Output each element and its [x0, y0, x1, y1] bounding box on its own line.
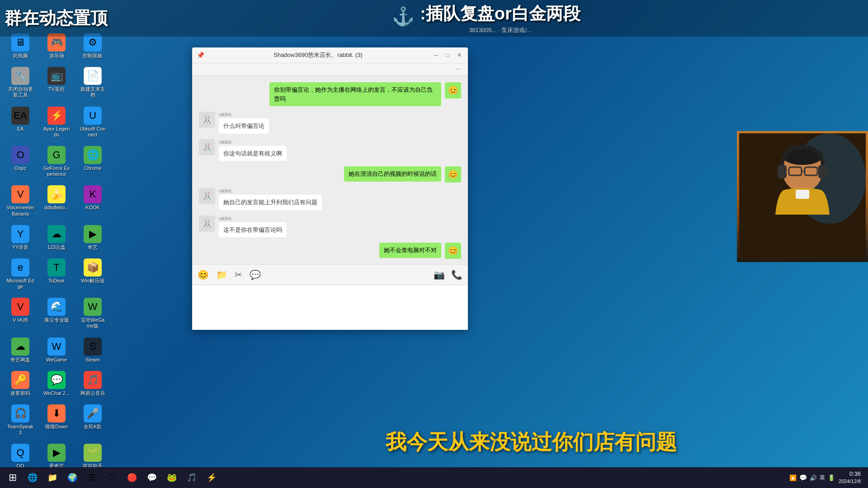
- webcam-person: [737, 131, 868, 262]
- icon-img: U: [84, 107, 102, 125]
- icon-label: Apex Legends: [42, 126, 71, 138]
- message-bubble: 这不是你在带偏言论吗: [219, 222, 287, 238]
- icon-label: GeForce Experience: [42, 165, 71, 177]
- desktop-icon-28[interactable]: 💬 WeChat 2...: [41, 369, 72, 398]
- desktop-icon-13[interactable]: 🍌 ddbdlebo...: [41, 183, 72, 218]
- desktop-icon-32[interactable]: 🎤 全民K歌: [77, 403, 108, 437]
- stream-title-left: 群在动态置顶: [5, 7, 108, 30]
- icon-img: 🎧: [11, 404, 29, 422]
- taskbar-item-explorer[interactable]: 📁: [43, 469, 61, 486]
- volume-icon[interactable]: 🔊: [810, 474, 817, 481]
- chat-input-area[interactable]: [192, 285, 468, 330]
- taskbar-clock[interactable]: 0:36 2024/12/8: [839, 470, 861, 484]
- icon-img: ⚡: [47, 107, 66, 125]
- desktop-icon-16[interactable]: ☁ 123云盘: [41, 223, 72, 252]
- close-button[interactable]: ✕: [455, 51, 463, 59]
- desktop-icon-17[interactable]: ▶ 奇艺: [77, 223, 108, 252]
- desktop-icon-12[interactable]: V Voicemeeter Banana: [5, 183, 36, 218]
- window-title: Shadow3690悠米店长、rabbit. (3): [204, 51, 432, 59]
- anchor-icon: ⚓: [391, 6, 415, 31]
- phone-button[interactable]: 📞: [451, 269, 462, 280]
- start-button[interactable]: ⊞: [4, 469, 22, 486]
- stream-title-text: :插队复盘or白金两段: [420, 2, 580, 25]
- icon-label: 嗖嗖Down: [45, 424, 68, 430]
- desktop-icon-26[interactable]: S Steam: [77, 336, 108, 365]
- chat-area[interactable]: 😊你别带偏言论，她作为主播在网络上的发言，不应该为自己负责吗🐰rabbit.什么…: [192, 75, 468, 264]
- icon-img: 📦: [84, 258, 102, 277]
- desktop-icon-11[interactable]: 🌐 Chrome: [77, 144, 108, 179]
- svg-rect-7: [778, 165, 787, 178]
- icon-img: e: [11, 258, 29, 277]
- icon-img: ☁: [47, 225, 66, 243]
- taskbar-item-music[interactable]: 🎵: [183, 469, 201, 486]
- desktop-icon-34[interactable]: ▶ 爱奇艺: [41, 442, 72, 471]
- icon-img: 🔑: [11, 371, 29, 389]
- icon-label: 宝吃WeGame版: [79, 317, 107, 329]
- desktop-icon-4[interactable]: 📺 TV遥控: [41, 65, 72, 100]
- stream-title-center: ⚓ :插队复盘or白金两段 3813005... · 泵床游戏/...: [108, 2, 863, 34]
- message-bubble: 她在澄清自己的视频的时候说的话: [344, 166, 441, 182]
- taskbar-item-defender[interactable]: 🛡: [103, 469, 121, 486]
- taskbar-item-edge[interactable]: 🌐: [24, 469, 42, 486]
- taskbar-item-app-red[interactable]: 🔴: [123, 469, 141, 486]
- wechat-sys-icon[interactable]: 💬: [799, 474, 807, 481]
- message-content: 她在澄清自己的视频的时候说的话: [344, 166, 441, 182]
- desktop-icon-5[interactable]: 📄 新建文本文档: [77, 65, 108, 100]
- icon-img: 🎤: [84, 404, 102, 422]
- message-sender: rabbit.: [219, 216, 287, 221]
- icon-label: 新建文本文档: [79, 86, 107, 98]
- desktop-icon-30[interactable]: 🎧 TeamSpeak3: [5, 403, 36, 437]
- chevron-up-icon[interactable]: 🔼: [789, 474, 797, 481]
- desktop-icon-18[interactable]: e Microsoft Edge: [5, 257, 36, 291]
- desktop-icon-33[interactable]: Q QQ: [5, 442, 36, 471]
- icon-label: Win解压缩: [81, 278, 104, 284]
- desktop-icon-6[interactable]: EA EA: [5, 105, 36, 140]
- icon-label: 网易云音乐: [80, 390, 105, 396]
- chat-button[interactable]: 💬: [250, 269, 261, 280]
- desktop-icon-21[interactable]: V V HUB: [5, 296, 36, 331]
- icon-label: YY语音: [12, 244, 29, 250]
- scissors-button[interactable]: ✂: [235, 269, 242, 280]
- icon-img: 🌊: [47, 298, 66, 316]
- language-indicator[interactable]: 英: [820, 474, 825, 482]
- desktop-icon-20[interactable]: 📦 Win解压缩: [77, 257, 108, 291]
- message-content: rabbit.她自己的发言能上升到我们店有问题: [219, 188, 322, 210]
- desktop-icon-10[interactable]: G GeForce Experience: [41, 144, 72, 179]
- taskbar-item-chrome[interactable]: 🌍: [63, 469, 81, 486]
- desktop-icon-7[interactable]: ⚡ Apex Legends: [41, 105, 72, 140]
- desktop-icon-31[interactable]: ⬇ 嗖嗖Down: [41, 403, 72, 437]
- desktop-icon-35[interactable]: 🌱 苗苗助手: [77, 442, 108, 471]
- emoji-button[interactable]: 😊: [198, 269, 209, 280]
- camera-button[interactable]: 📷: [434, 269, 445, 280]
- desktop-icon-22[interactable]: 🌊 落尘专业版: [41, 296, 72, 331]
- taskbar-item-app-green[interactable]: 🐸: [163, 469, 181, 486]
- desktop-icon-19[interactable]: T ToDesk: [41, 257, 72, 291]
- desktop-icon-27[interactable]: 🔑 迷客密码: [5, 369, 36, 398]
- more-button[interactable]: ···: [454, 65, 463, 73]
- desktop-icon-14[interactable]: K KOOK: [77, 183, 108, 218]
- desktop-icon-15[interactable]: Y YY语音: [5, 223, 36, 252]
- message-content: rabbit.这不是你在带偏言论吗: [219, 216, 287, 238]
- desktop-icon-29[interactable]: 🎵 网易云音乐: [77, 369, 108, 398]
- pin-icon[interactable]: 📌: [197, 52, 204, 59]
- avatar: 🐰: [199, 139, 215, 155]
- taskbar-item-app-zap[interactable]: ⚡: [203, 469, 221, 486]
- desktop-icon-23[interactable]: W 宝吃WeGame版: [77, 296, 108, 331]
- desktop-icon-3[interactable]: 🔧 关闭自动更新工具: [5, 65, 36, 100]
- folder-button[interactable]: 📁: [216, 269, 227, 280]
- avatar: 🐰: [199, 112, 215, 128]
- desktop-icon-8[interactable]: U Ubisoft Connect: [77, 105, 108, 140]
- icon-img: 💬: [47, 371, 66, 389]
- message-content: rabbit.你这句话就是有歧义啊: [219, 139, 287, 161]
- maximize-button[interactable]: □: [443, 51, 452, 59]
- icon-img: 🌐: [84, 146, 102, 164]
- icon-label: 此电脑: [13, 53, 28, 59]
- taskbar-item-wechat-tb[interactable]: 💬: [143, 469, 161, 486]
- battery-icon[interactable]: 🔋: [828, 474, 835, 481]
- icon-label: Steam: [85, 357, 100, 363]
- desktop-icon-9[interactable]: O Oopz: [5, 144, 36, 179]
- taskbar-item-steam[interactable]: ☰: [83, 469, 101, 486]
- desktop-icon-24[interactable]: ☁ 奇艺网盘: [5, 336, 36, 365]
- minimize-button[interactable]: ─: [432, 51, 440, 59]
- desktop-icon-25[interactable]: W WeGame: [41, 336, 72, 365]
